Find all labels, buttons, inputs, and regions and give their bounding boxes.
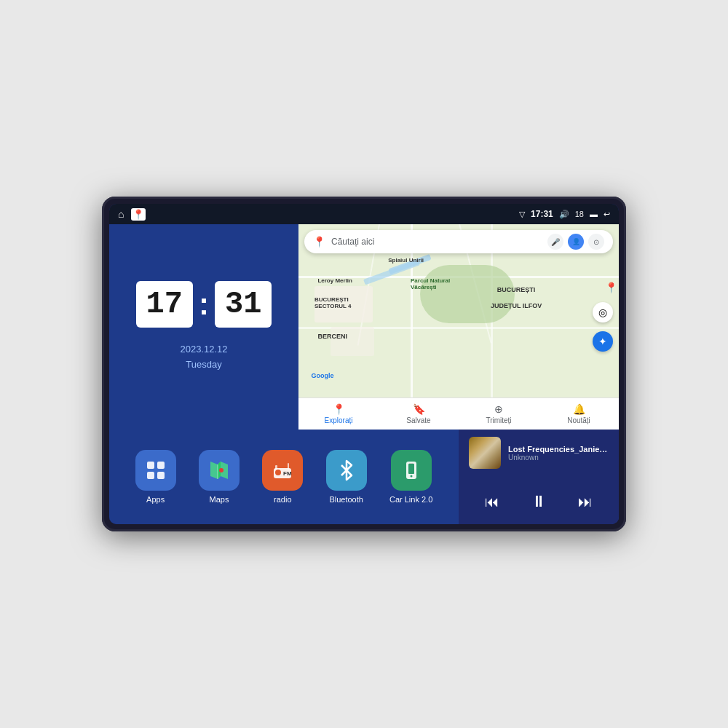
map-label-google: Google [312, 372, 334, 379]
svg-rect-14 [408, 464, 414, 474]
volume-level: 18 [575, 210, 584, 218]
clock-minute: 31 [215, 281, 272, 328]
status-left-icons: ⌂ 📍 [118, 208, 146, 221]
next-button[interactable]: ⏭ [572, 491, 598, 513]
app-item-carlink[interactable]: Car Link 2.0 [389, 450, 432, 504]
map-widget[interactable]: TRAPEZULUI BUCUREȘTI JUDEȚUL ILFOV Parcu… [298, 224, 619, 430]
app-item-radio[interactable]: FM radio [262, 450, 303, 504]
svg-rect-16 [409, 463, 414, 464]
clock-widget: 17 : 31 2023.12.12 Tuesday [109, 224, 298, 430]
map-bottom-nav: 📍 Explorați 🔖 Salvate ⊕ Trimiteți 🔔 [298, 397, 619, 430]
main-content: 17 : 31 2023.12.12 Tuesday [109, 224, 619, 524]
svg-point-7 [219, 468, 223, 472]
radio-label: radio [274, 495, 291, 504]
signal-icon: ▽ [519, 210, 525, 219]
maps-icon-bg [199, 450, 240, 491]
bottom-section: Apps Maps [109, 430, 619, 524]
car-head-unit: ⌂ 📍 ▽ 17:31 🔊 18 ▬ ↩ 17 [102, 197, 626, 531]
music-title: Lost Frequencies_Janieck Devy-... [508, 445, 609, 454]
map-locate-btn[interactable]: ✦ [593, 331, 613, 352]
music-thumbnail [469, 437, 501, 469]
svg-rect-3 [157, 472, 165, 479]
carlink-phone-icon [400, 459, 422, 481]
svg-point-15 [410, 475, 412, 478]
status-bar: ⌂ 📍 ▽ 17:31 🔊 18 ▬ ↩ [109, 204, 619, 224]
apps-icon-bg [135, 450, 176, 491]
map-label-leroy: Leroy Merlin [317, 277, 352, 284]
music-thumb-image [469, 437, 501, 469]
explore-icon: 📍 [333, 403, 345, 415]
map-nav-news[interactable]: 🔔 Noutăți [539, 398, 619, 430]
clock-date: 2023.12.12 Tuesday [180, 342, 227, 373]
map-search-bar[interactable]: 📍 Căutați aici 🎤 👤 ⊙ [304, 230, 613, 253]
apps-grid-icon [145, 459, 167, 481]
status-right-info: ▽ 17:31 🔊 18 ▬ ↩ [519, 209, 610, 219]
news-icon: 🔔 [573, 403, 585, 415]
radio-icon: FM [272, 459, 293, 481]
top-section: 17 : 31 2023.12.12 Tuesday [109, 224, 619, 430]
music-info: Lost Frequencies_Janieck Devy-... Unknow… [469, 437, 609, 469]
svg-rect-2 [147, 472, 154, 479]
svg-rect-1 [157, 462, 165, 469]
app-item-apps[interactable]: Apps [135, 450, 176, 504]
map-search-placeholder[interactable]: Căutați aici [331, 237, 542, 247]
svg-rect-11 [275, 465, 277, 470]
bluetooth-label: Bluetooth [329, 495, 363, 504]
play-pause-button[interactable]: ⏸ [525, 489, 553, 514]
apps-label: Apps [146, 495, 165, 504]
clock-colon: : [199, 287, 209, 322]
music-artist: Unknown [508, 454, 609, 462]
svg-rect-0 [147, 462, 154, 469]
map-nav-explore[interactable]: 📍 Explorați [298, 398, 379, 430]
map-layers-btn[interactable]: ⊙ [588, 234, 604, 250]
map-nav-saved[interactable]: 🔖 Salvate [379, 398, 459, 430]
device-screen: ⌂ 📍 ▽ 17:31 🔊 18 ▬ ↩ 17 [109, 204, 619, 524]
bluetooth-symbol-icon [336, 459, 357, 481]
map-nav-explore-label: Explorați [325, 416, 353, 424]
map-nav-share[interactable]: ⊕ Trimiteți [459, 398, 539, 430]
battery-icon: ▬ [590, 210, 598, 218]
prev-button[interactable]: ⏮ [479, 491, 505, 513]
music-controls: ⏮ ⏸ ⏭ [469, 486, 609, 517]
svg-rect-12 [288, 463, 289, 470]
app-item-bluetooth[interactable]: Bluetooth [326, 450, 367, 504]
map-pin-icon: 📍 [313, 236, 325, 248]
clock-hour: 17 [136, 281, 193, 328]
carlink-label: Car Link 2.0 [389, 495, 432, 504]
map-nav-saved-label: Salvate [406, 416, 430, 424]
home-icon[interactable]: ⌂ [118, 208, 124, 220]
clock-display: 17 : 31 [136, 281, 272, 328]
apps-grid: Apps Maps [109, 430, 459, 524]
music-player: Lost Frequencies_Janieck Devy-... Unknow… [459, 430, 619, 524]
map-avatar-btn[interactable]: 👤 [568, 234, 584, 250]
saved-icon: 🔖 [413, 403, 425, 415]
back-icon[interactable]: ↩ [604, 210, 610, 219]
map-compass-btn[interactable]: ◎ [593, 302, 613, 323]
map-nav-news-label: Noutăți [567, 416, 590, 424]
music-details: Lost Frequencies_Janieck Devy-... Unknow… [508, 445, 609, 462]
volume-icon: 🔊 [559, 210, 569, 219]
map-search-actions: 🎤 👤 ⊙ [547, 234, 604, 250]
status-time: 17:31 [531, 209, 553, 219]
carlink-icon-bg [391, 450, 432, 491]
maps-pin-icon [207, 459, 231, 482]
maps-label: Maps [210, 495, 229, 504]
map-voice-btn[interactable]: 🎤 [547, 234, 563, 250]
svg-text:FM: FM [283, 470, 292, 477]
map-red-pin: 📍 [605, 282, 617, 293]
maps-shortcut-icon[interactable]: 📍 [131, 208, 146, 221]
share-icon: ⊕ [494, 403, 503, 415]
bluetooth-icon-bg [326, 450, 367, 491]
radio-icon-bg: FM [262, 450, 303, 491]
svg-rect-9 [275, 470, 281, 475]
app-item-maps[interactable]: Maps [199, 450, 240, 504]
map-nav-share-label: Trimiteți [486, 416, 511, 424]
